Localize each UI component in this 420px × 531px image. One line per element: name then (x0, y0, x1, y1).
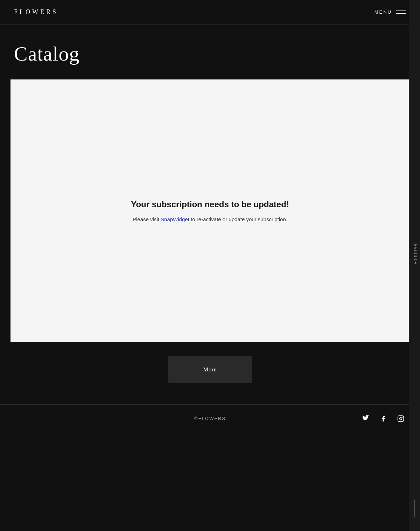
main-content: Your subscription needs to be updated! P… (0, 79, 420, 342)
widget-error-heading: Your subscription needs to be updated! (131, 200, 289, 209)
footer-social (275, 413, 406, 424)
widget-error-body: Please visit SnapWidget to re-activate o… (131, 216, 289, 222)
menu-icon (396, 11, 406, 14)
header: FLOWERS MENU (0, 0, 420, 25)
footer: ©FLOWERS (0, 404, 420, 432)
menu-button[interactable]: MENU (374, 9, 406, 15)
footer-copyright: ©FLOWERS (145, 416, 275, 421)
menu-line-1 (396, 11, 406, 11)
reserve-button[interactable]: Reserve (410, 239, 420, 268)
widget-error: Your subscription needs to be updated! P… (117, 186, 303, 236)
menu-label: MENU (374, 9, 392, 15)
scroll-line (414, 499, 415, 517)
facebook-icon[interactable] (378, 413, 388, 424)
widget-container: Your subscription needs to be updated! P… (10, 79, 410, 342)
snapwidget-link[interactable]: SnapWidget (161, 216, 189, 222)
more-button[interactable]: More (168, 356, 252, 383)
menu-line-2 (396, 13, 406, 14)
page-title: Catalog (14, 42, 406, 65)
page-title-area: Catalog (0, 25, 420, 79)
widget-error-suffix: to re-activate or update your subscripti… (189, 216, 287, 222)
widget-error-prefix: Please visit (133, 216, 161, 222)
svg-rect-0 (398, 415, 404, 421)
twitter-icon[interactable] (360, 413, 371, 424)
widget-outer: Your subscription needs to be updated! P… (10, 79, 410, 342)
svg-point-2 (402, 417, 403, 418)
logo: FLOWERS (14, 8, 58, 16)
more-button-container: More (0, 342, 420, 404)
instagram-icon[interactable] (396, 413, 406, 424)
svg-point-1 (400, 417, 402, 420)
